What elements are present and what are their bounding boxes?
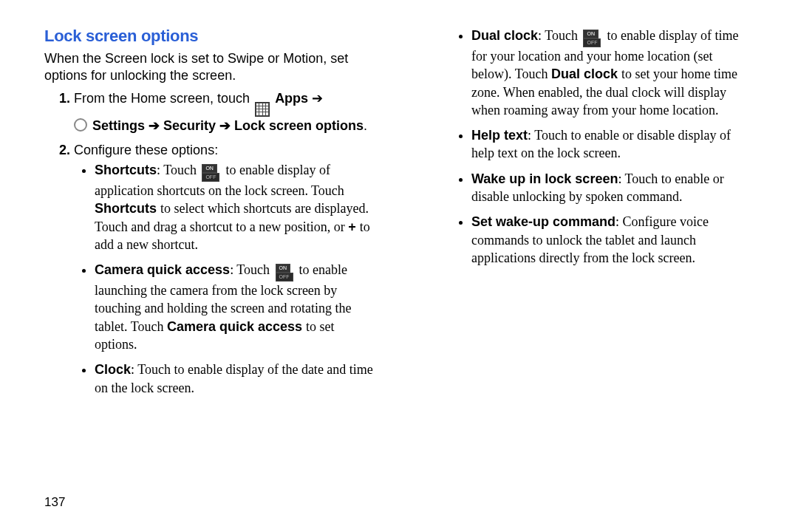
option-wake-up: Wake up in lock screen: Touch to enable …	[471, 170, 754, 206]
option-label: Dual clock	[471, 28, 538, 43]
step2-prefix: Configure these options:	[74, 143, 218, 157]
option-clock: Clock: Touch to enable display of the da…	[95, 361, 377, 397]
option-text: : Touch	[157, 163, 200, 177]
toggle-off: OFF	[276, 273, 293, 282]
manual-page: Lock screen options When the Screen lock…	[0, 0, 798, 485]
option-help-text: Help text: Touch to enable or disable di…	[471, 126, 754, 163]
steps-list: From the Home screen, touch Apps ➔ Setti…	[44, 27, 754, 470]
option-camera: Camera quick access: Touch ONOFF to enab…	[95, 261, 377, 353]
option-label: Camera quick access	[95, 262, 230, 277]
option-label: Help text	[471, 128, 528, 143]
option-label: Wake up in lock screen	[471, 171, 618, 186]
nav-path: Settings ➔ Security ➔ Lock screen option…	[92, 118, 364, 133]
toggle-on-off: ONOFF	[276, 264, 293, 282]
option-label: Set wake-up command	[471, 214, 615, 229]
toggle-on-off: ONOFF	[583, 30, 601, 47]
inline-label: Camera quick access	[167, 319, 302, 334]
toggle-on: ON	[276, 264, 291, 273]
option-label: Clock	[95, 362, 131, 377]
section-title: Lock screen options	[44, 27, 377, 46]
option-text: : Touch	[230, 262, 273, 277]
option-dual-clock: Dual clock: Touch ONOFF to enable displa…	[471, 27, 754, 119]
option-text: : Touch to enable display of the date an…	[95, 362, 373, 395]
inline-label: Shortcuts	[95, 201, 157, 216]
inline-label: Dual clock	[551, 66, 618, 81]
plus-icon: +	[348, 219, 356, 234]
toggle-on: ON	[202, 164, 217, 173]
apps-icon	[255, 102, 270, 117]
toggle-off: OFF	[583, 38, 601, 47]
option-text: : Touch	[538, 28, 581, 43]
intro-paragraph: When the Screen lock is set to Swipe or …	[44, 50, 377, 85]
arrow-icon: ➔	[312, 91, 323, 106]
gear-icon	[74, 118, 87, 132]
page-number: 137	[44, 495, 65, 510]
apps-label: Apps	[275, 91, 308, 106]
step-1: From the Home screen, touch Apps ➔ Setti…	[74, 89, 377, 135]
option-label: Shortcuts	[95, 163, 157, 177]
option-set-wake-command: Set wake-up command: Configure voice com…	[471, 213, 754, 267]
toggle-off: OFF	[202, 173, 219, 182]
step1-prefix: From the Home screen, touch	[74, 91, 253, 106]
toggle-on: ON	[583, 30, 598, 38]
toggle-on-off: ONOFF	[202, 164, 219, 182]
option-shortcuts: Shortcuts: Touch ONOFF to enable display…	[95, 161, 377, 253]
